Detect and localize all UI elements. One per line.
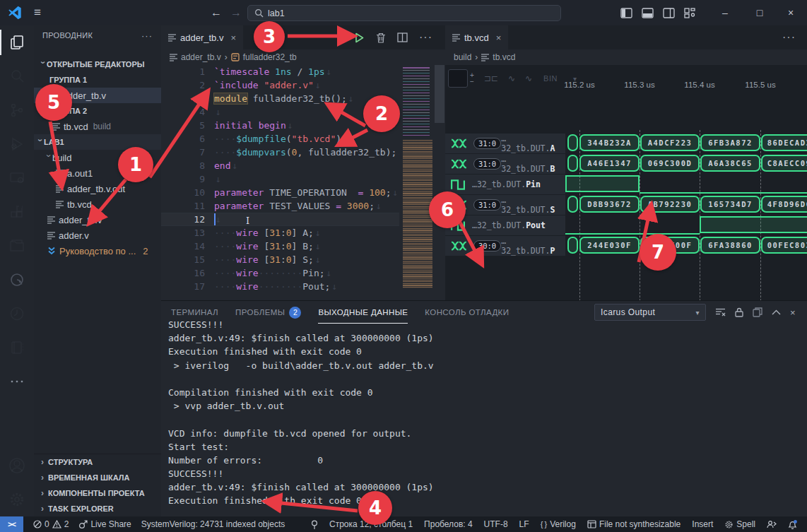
activity-explorer-icon[interactable] (0, 25, 34, 59)
signal-wave-S[interactable]: D8B93672AB792230165734D74F8D96DC (565, 195, 807, 215)
activity-remote-explorer-icon[interactable] (0, 161, 34, 195)
nav-forward-icon[interactable]: → (230, 6, 242, 19)
notifications-status[interactable] (788, 520, 797, 529)
minimap[interactable] (401, 65, 434, 300)
activity-folder-library-icon[interactable] (0, 229, 34, 263)
code-editor[interactable]: 1`timescale 1ns / 1ps↓2`include "adder.v… (161, 65, 399, 300)
ports-status[interactable] (311, 520, 318, 529)
toggle-panel-icon[interactable] (642, 8, 654, 18)
tab-tb-vcd[interactable]: tb.vcd × (445, 25, 508, 49)
activity-account-icon[interactable] (0, 449, 34, 483)
toggle-sidebar-icon[interactable] (620, 8, 632, 18)
breadcrumb-symbol[interactable]: fulladder32_tb (243, 52, 297, 62)
wave-row-B[interactable]: 31:0…32_tb.DUT.BA46E1347069C300DA6A38C65… (445, 154, 807, 174)
wave-minus-icon[interactable]: − (470, 78, 474, 85)
close-tab-icon[interactable]: × (496, 32, 502, 43)
activity-settings-icon[interactable] (0, 483, 34, 516)
open-in-editor-icon[interactable] (753, 307, 762, 317)
signal-wave-Pout[interactable] (565, 215, 807, 235)
code-line-5[interactable]: 5initial begin↓ (161, 119, 399, 132)
activity-search-icon[interactable] (0, 59, 34, 93)
tree-item-adder_tb.v[interactable]: adder_tb.v (34, 212, 161, 227)
breadcrumb-file[interactable]: tb.vcd (493, 52, 515, 62)
live-share-status[interactable]: Live Share (78, 519, 131, 529)
open-editor-item-adder_tb.v[interactable]: ×adder_tb.v (34, 88, 161, 103)
wave-bus-style-icon[interactable]: ⊐⊏ (484, 73, 498, 83)
editor-scrollbar[interactable] (435, 65, 444, 123)
signal-wave-B[interactable]: A46E1347069C300DA6A38C65C8AECC09 (565, 154, 807, 174)
eol-status[interactable]: LF (519, 519, 529, 529)
menu-icon[interactable]: ≡ (34, 6, 41, 20)
nav-back-icon[interactable]: ← (211, 6, 222, 19)
code-line-14[interactable]: 14····wire [31:0] B;↓ (161, 240, 399, 253)
wave-analog-icon[interactable]: ∿ (508, 73, 515, 83)
code-line-9[interactable]: 9↓ (161, 172, 399, 186)
signal-wave-A[interactable]: 344B232AA4DCF2236FB3A87286DECAD3 (565, 134, 807, 153)
breadcrumb[interactable]: adder_tb.v › fulladder32_tb (161, 49, 445, 65)
signal-label-P[interactable]: 30:0…32_tb.DUT.P (445, 236, 565, 256)
clear-output-icon[interactable] (715, 307, 726, 317)
signal-wave-Pin[interactable] (565, 175, 807, 194)
editor-more-icon[interactable]: ··· (419, 31, 432, 44)
run-button[interactable] (354, 32, 365, 43)
code-line-3[interactable]: 3module fulladder32_tb();↓ (161, 92, 399, 105)
close-tab-icon[interactable]: × (230, 32, 236, 43)
language-mode-status[interactable]: { } Verilog (541, 519, 576, 529)
breadcrumb-folder[interactable]: build (454, 52, 471, 62)
code-line-11[interactable]: 11parameter TEST_VALUES = 3000;↓ (161, 199, 399, 213)
code-line-10[interactable]: 10parameter TIME_OPERATION = 100;↓ (161, 186, 399, 199)
wave-value-box[interactable] (448, 69, 468, 88)
activity-wokwi-icon[interactable] (0, 263, 34, 297)
tree-item--...[interactable]: Руководство по ...2 (34, 243, 161, 259)
tree-item-adder.v[interactable]: adder.v (34, 227, 161, 243)
close-panel-icon[interactable]: × (790, 307, 796, 318)
code-line-15[interactable]: 15····wire [31:0] S;↓ (161, 253, 399, 266)
activity-run-debug-icon[interactable] (0, 127, 34, 161)
command-center-search[interactable]: lab1 (247, 5, 561, 21)
section-временная-шкала[interactable]: ›ВРЕМЕННАЯ ШКАЛА (34, 470, 161, 485)
code-line-2[interactable]: 2`include "adder.v"↓ (161, 78, 399, 92)
activity-timing-icon[interactable] (0, 297, 34, 331)
section-open-editors[interactable]: ›ОТКРЫТЫЕ РЕДАКТОРЫ (34, 57, 161, 72)
insert-mode-status[interactable]: Insert (692, 519, 713, 529)
problems-status[interactable]: 0 2 (33, 519, 69, 529)
tree-item-a.out1[interactable]: a.out1 (34, 165, 161, 181)
feedback-status[interactable] (767, 520, 777, 528)
encoding-status[interactable]: UTF-8 (484, 519, 508, 529)
wave-more-icon[interactable]: ··· (782, 31, 807, 44)
split-editor-icon[interactable] (397, 32, 408, 42)
wave-row-S[interactable]: 31:0…32_tb.DUT.SD8B93672AB792230165734D7… (445, 195, 807, 215)
remote-indicator[interactable]: >< (0, 516, 23, 532)
close-icon[interactable]: × (41, 90, 47, 101)
code-line-13[interactable]: 13····wire [31:0] A;↓ (161, 226, 399, 240)
open-editor-item-tb.vcd[interactable]: tb.vcdbuild (34, 119, 161, 134)
customize-layout-icon[interactable] (684, 8, 695, 18)
section-структура[interactable]: ›СТРУКТУРА (34, 454, 161, 470)
section-компоненты-проекта[interactable]: ›КОМПОНЕНТЫ ПРОЕКТА (34, 485, 161, 501)
wave-analog2-icon[interactable]: ∿ (525, 73, 532, 83)
maximize-panel-icon[interactable] (772, 309, 781, 315)
activity-more-icon[interactable] (0, 365, 34, 398)
code-line-1[interactable]: 1`timescale 1ns / 1ps↓ (161, 65, 399, 78)
waveform-viewer[interactable]: +− ⊐⊏ ∿ ∿ BIN ▾ 115.2 us115.3 us115.4 us… (445, 65, 807, 300)
signal-label-Pin[interactable]: …32_tb.DUT.Pin (445, 175, 565, 194)
code-line-17[interactable]: 17····wire········Pout;↓ (161, 280, 399, 293)
code-line-12[interactable]: 12↓I (161, 213, 399, 226)
code-line-16[interactable]: 16····wire········Pin;↓ (161, 266, 399, 280)
code-line-4[interactable]: 4↓ (161, 105, 399, 119)
wave-row-Pin[interactable]: …32_tb.DUT.Pin (445, 175, 807, 194)
signal-label-A[interactable]: 31:0…32_tb.DUT.A (445, 134, 565, 153)
signal-label-B[interactable]: 31:0…32_tb.DUT.B (445, 154, 565, 174)
breadcrumb-file[interactable]: adder_tb.v (181, 52, 221, 62)
code-line-8[interactable]: 8end↓ (161, 159, 399, 172)
minimize-button[interactable]: – (709, 0, 741, 25)
wave-format-select[interactable]: BIN (543, 74, 558, 83)
signal-wave-P[interactable]: 244E030F049CF00F6FA3886000FEC803 (565, 236, 807, 256)
synthesizable-status[interactable]: File not synthesizable (587, 519, 681, 529)
trash-icon[interactable] (376, 32, 386, 43)
section-workspace-lab1[interactable]: ›LAB1 (34, 134, 161, 150)
activity-notebook-icon[interactable] (0, 331, 34, 365)
spell-status[interactable]: Spell (724, 519, 755, 529)
cursor-position-status[interactable]: Строка 12, столбец 1 (329, 519, 413, 529)
tree-item-build[interactable]: ›build (34, 150, 161, 165)
